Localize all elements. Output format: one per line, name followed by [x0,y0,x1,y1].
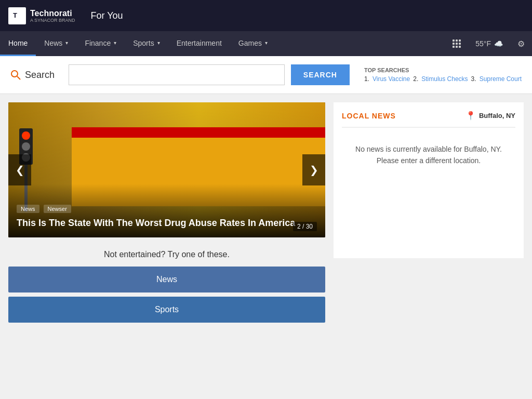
top-search-link-1[interactable]: Virus Vaccine [373,75,410,83]
carousel-current: 2 [297,223,301,230]
left-column: News Newser This Is The State With The W… [8,102,325,327]
logo-icon: T [8,7,26,24]
no-news-line2: Please enter a different location. [377,156,481,165]
nav-entertainment[interactable]: Entertainment [168,31,230,56]
nav-finance-chevron: ▾ [114,40,116,46]
top-search-rank-1: 1. [364,75,369,83]
search-label: Search [10,70,62,81]
logo-subtitle: A SYNACOR BRAND [30,18,75,23]
caption-tags: News Newser [17,205,317,213]
traffic-light-red [22,131,30,140]
local-news-title: LOCAL NEWS [342,112,396,120]
search-input[interactable] [69,64,285,85]
search-icon [10,70,21,80]
temperature: 55°F [475,39,491,48]
carousel-caption: News Newser This Is The State With The W… [8,184,325,237]
not-entertained-title: Not entertained? Try one of these. [8,250,325,259]
store-awning [72,127,325,138]
grid-apps-button[interactable] [445,31,468,56]
news-carousel: News Newser This Is The State With The W… [8,102,325,237]
caption-tag-news: News [17,205,39,213]
settings-icon: ⚙ [517,39,525,49]
top-searches-links: 1. Virus Vaccine 2. Stimulus Checks 3. S… [364,75,522,83]
carousel-separator: / [302,223,306,230]
local-news-section: LOCAL NEWS 📍 Buffalo, NY No news is curr… [334,102,524,258]
local-news-header: LOCAL NEWS 📍 Buffalo, NY [342,111,515,128]
search-button[interactable]: SEARCH [291,64,350,85]
settings-button[interactable]: ⚙ [510,31,532,56]
top-search-link-3[interactable]: Supreme Court [480,75,522,83]
location-pin-icon: 📍 [466,111,476,121]
svg-point-2 [11,71,18,77]
logo[interactable]: T Technorati A SYNACOR BRAND [8,7,75,24]
right-column: LOCAL NEWS 📍 Buffalo, NY No news is curr… [334,102,524,327]
location-text: Buffalo, NY [479,112,515,119]
header: T Technorati A SYNACOR BRAND For You [0,0,532,31]
main-content: News Newser This Is The State With The W… [0,94,532,335]
nav-news-chevron: ▾ [65,40,68,46]
no-news-message: No news is currently available for Buffa… [342,143,515,167]
top-searches-title: TOP SEARCHES [364,67,522,73]
nav-home[interactable]: Home [0,31,36,56]
location[interactable]: 📍 Buffalo, NY [466,111,515,121]
carousel-total: 30 [306,223,313,230]
nav-sports-chevron: ▾ [157,40,160,46]
nav-games-chevron: ▾ [265,40,268,46]
top-search-rank-2: 2. [413,75,418,83]
svg-text:T: T [13,11,17,19]
carousel-prev-button[interactable]: ❮ [8,154,31,185]
carousel-counter: 2 / 30 [293,222,317,231]
weather-icon: ☁️ [494,39,503,48]
search-area: Search SEARCH TOP SEARCHES 1. Virus Vacc… [0,56,532,94]
nav-sports[interactable]: Sports ▾ [125,31,168,56]
technorati-logo-svg: T [11,9,23,21]
no-news-line1: No news is currently available for Buffa… [355,145,502,153]
nav-right-actions: 55°F ☁️ ⚙ [445,31,532,56]
logo-name: Technorati [30,9,75,18]
nav-news[interactable]: News ▾ [36,31,76,56]
nav-games[interactable]: Games ▾ [230,31,276,56]
main-nav: Home News ▾ Finance ▾ Sports ▾ Entertain… [0,31,532,56]
caption-tag-source: Newser [44,205,71,213]
grid-icon [453,39,461,48]
carousel-next-button[interactable]: ❯ [302,154,325,185]
not-entertained-section: Not entertained? Try one of these. News … [8,250,325,323]
weather-button[interactable]: 55°F ☁️ [468,31,510,56]
top-searches: TOP SEARCHES 1. Virus Vaccine 2. Stimulu… [364,67,522,83]
news-category-button[interactable]: News [8,267,325,292]
traffic-light-yellow [22,142,30,151]
carousel-title[interactable]: This Is The State With The Worst Drug Ab… [17,217,317,229]
top-search-link-2[interactable]: Stimulus Checks [421,75,468,83]
logo-text-group: Technorati A SYNACOR BRAND [30,9,75,23]
nav-finance[interactable]: Finance ▾ [76,31,125,56]
sports-category-button[interactable]: Sports [8,297,325,323]
svg-line-3 [17,76,20,79]
top-search-rank-3: 3. [471,75,476,83]
for-you-label: For You [91,10,123,21]
